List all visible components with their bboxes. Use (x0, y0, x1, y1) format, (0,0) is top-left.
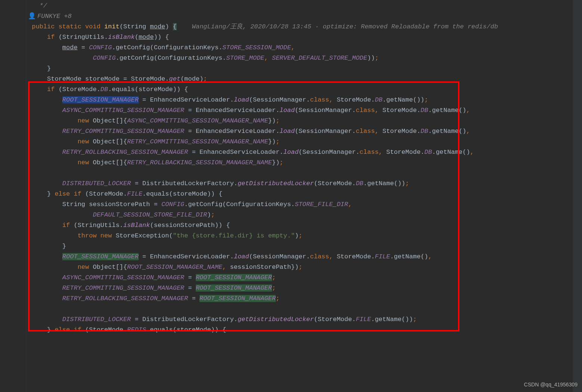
code-line[interactable]: StoreMode storeMode = StoreMode.get(mode… (28, 74, 582, 84)
code-line[interactable]: } else if (StoreMode.REDIS.equals(storeM… (28, 325, 582, 335)
code-line[interactable]: new Object[]{ASYNC_COMMITTING_SESSION_MA… (28, 116, 582, 126)
code-line[interactable]: new Object[]{RETRY_COMMITTING_SESSION_MA… (28, 137, 582, 147)
code-line[interactable]: CONFIG.getConfig(ConfigurationKeys.STORE… (28, 53, 582, 63)
code-line[interactable]: DISTRIBUTED_LOCKER = DistributedLockerFa… (28, 178, 582, 189)
comment: */ (28, 2, 47, 9)
code-line[interactable]: ASYNC_COMMITTING_SESSION_MANAGER = Enhan… (28, 105, 582, 116)
code-line[interactable]: mode = CONFIG.getConfig(ConfigurationKey… (28, 43, 582, 53)
code-line[interactable]: throw new StoreException("the {store.fil… (28, 231, 582, 241)
code-line[interactable]: } (28, 241, 582, 252)
gutter (0, 0, 26, 392)
code-line[interactable]: String sessionStorePath = CONFIG.getConf… (28, 199, 582, 210)
code-line[interactable]: ROOT_SESSION_MANAGER = EnhancedServiceLo… (28, 95, 582, 105)
code-line[interactable]: if (StoreMode.DB.equals(storeMode)) { (28, 84, 582, 95)
code-line[interactable] (28, 304, 582, 314)
code-line[interactable]: RETRY_ROLLBACKING_SESSION_MANAGER = Enha… (28, 147, 582, 158)
code-editor[interactable]: */ 👤FUNKYE +8 public static void init(St… (28, 0, 582, 335)
code-line[interactable]: ROOT_SESSION_MANAGER = EnhancedServiceLo… (28, 252, 582, 262)
code-line[interactable]: ASYNC_COMMITTING_SESSION_MANAGER = ROOT_… (28, 273, 582, 283)
person-icon: 👤 (28, 13, 36, 20)
code-line[interactable]: new Object[]{ROOT_SESSION_MANAGER_NAME, … (28, 262, 582, 273)
code-line[interactable] (28, 168, 582, 178)
code-line[interactable]: */ (28, 1, 582, 11)
code-line[interactable]: RETRY_COMMITTING_SESSION_MANAGER = ROOT_… (28, 283, 582, 293)
code-line[interactable]: public static void init(String mode) { W… (28, 22, 582, 32)
code-line[interactable]: } else if (StoreMode.FILE.equals(storeMo… (28, 189, 582, 199)
inline-annotation: WangLiang/王良, 2020/10/28 13:45 · optimiz… (192, 23, 498, 30)
selected-identifier[interactable]: ROOT_SESSION_MANAGER (62, 96, 139, 103)
watermark: CSDN @qq_41956309 (524, 379, 578, 390)
code-line[interactable]: DISTRIBUTED_LOCKER = DistributedLockerFa… (28, 314, 582, 325)
code-line[interactable]: new Object[]{RETRY_ROLLBACKING_SESSION_M… (28, 158, 582, 168)
code-line[interactable]: DEFAULT_SESSION_STORE_FILE_DIR); (28, 210, 582, 220)
code-line[interactable]: } (28, 63, 582, 74)
author-text: FUNKYE +8 (37, 13, 72, 20)
code-line[interactable]: if (StringUtils.isBlank(sessionStorePath… (28, 220, 582, 231)
code-line[interactable]: RETRY_ROLLBACKING_SESSION_MANAGER = ROOT… (28, 293, 582, 304)
author-line: 👤FUNKYE +8 (28, 11, 582, 22)
code-line[interactable]: if (StringUtils.isBlank(mode)) { (28, 32, 582, 43)
code-line[interactable]: RETRY_COMMITTING_SESSION_MANAGER = Enhan… (28, 126, 582, 137)
